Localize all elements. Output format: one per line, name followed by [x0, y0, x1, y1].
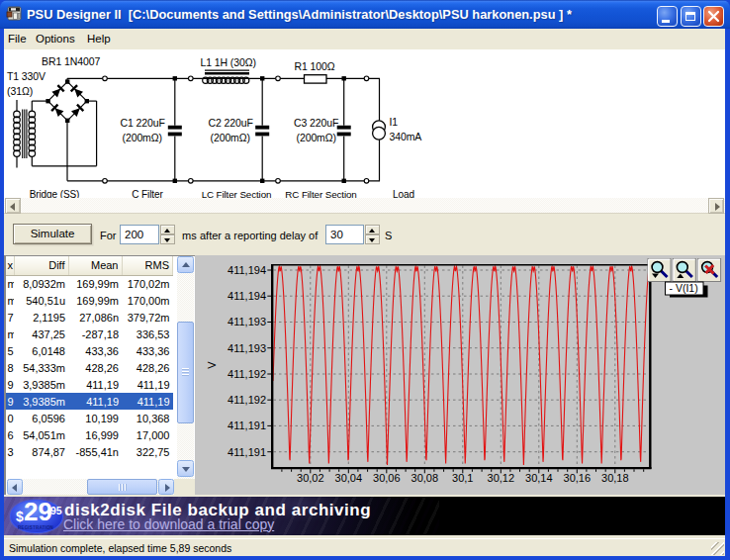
svg-text:R1 100Ω: R1 100Ω	[295, 60, 335, 72]
svg-text:T1 330V: T1 330V	[7, 70, 46, 82]
svg-text:30,12: 30,12	[488, 472, 515, 484]
svg-text:340mA: 340mA	[390, 131, 422, 142]
svg-text:411,194: 411,194	[228, 290, 266, 302]
svg-text:30,1: 30,1	[452, 472, 473, 484]
svg-text:C2 220uF: C2 220uF	[209, 116, 253, 128]
svg-text:- V(I1): - V(I1)	[670, 282, 698, 294]
svg-text:411,193: 411,193	[228, 341, 266, 353]
svg-text:BR1 1N4007: BR1 1N4007	[42, 54, 100, 66]
svg-text:L1 1H (30Ω): L1 1H (30Ω)	[201, 56, 256, 68]
svg-text:I1: I1	[390, 116, 399, 128]
svg-text:Load: Load	[393, 189, 414, 199]
svg-text:C3 220uF: C3 220uF	[294, 116, 338, 128]
svg-text:(200mΩ): (200mΩ)	[297, 131, 336, 142]
svg-text:411,191: 411,191	[228, 445, 266, 457]
svg-text:411,191: 411,191	[228, 420, 266, 431]
svg-text:30,18: 30,18	[601, 472, 629, 484]
svg-text:(31Ω): (31Ω)	[7, 85, 33, 97]
svg-text:C Filter: C Filter	[132, 189, 163, 199]
svg-text:411,192: 411,192	[228, 367, 266, 379]
svg-text:411,194: 411,194	[228, 263, 266, 275]
svg-text:411,193: 411,193	[228, 316, 266, 327]
svg-text:RC Filter Section: RC Filter Section	[285, 189, 356, 199]
svg-text:30,02: 30,02	[297, 472, 324, 484]
svg-text:30,04: 30,04	[335, 472, 363, 484]
svg-text:(200mΩ): (200mΩ)	[211, 131, 250, 142]
svg-text:LC Filter Section: LC Filter Section	[202, 189, 272, 199]
svg-text:Bridge (SS): Bridge (SS)	[30, 189, 80, 199]
svg-text:30,08: 30,08	[411, 472, 439, 484]
svg-text:C1 220uF: C1 220uF	[121, 116, 165, 128]
svg-text:30,16: 30,16	[564, 472, 592, 484]
svg-text:30,14: 30,14	[525, 472, 553, 484]
svg-text:30,06: 30,06	[373, 472, 401, 484]
svg-text:411,192: 411,192	[228, 394, 266, 406]
svg-text:(200mΩ): (200mΩ)	[123, 131, 162, 142]
svg-text:V: V	[206, 360, 218, 368]
